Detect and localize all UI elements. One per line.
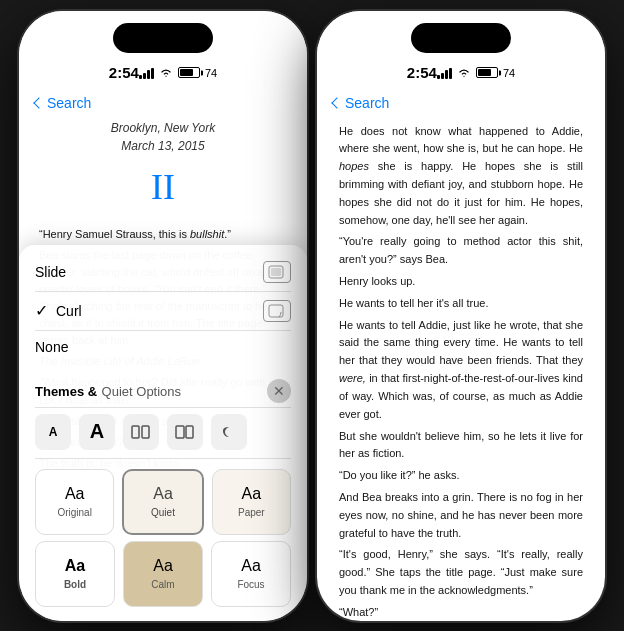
left-signal xyxy=(139,67,154,79)
transition-slide-label: Slide xyxy=(35,264,66,280)
right-battery-fill xyxy=(478,69,492,76)
right-battery xyxy=(476,67,498,78)
right-back-button[interactable]: Search xyxy=(333,95,589,111)
r-signal-bar-2 xyxy=(441,73,444,79)
original-label: Original xyxy=(57,507,91,518)
phones-container: 2:54 74 xyxy=(9,1,615,631)
signal-bar-1 xyxy=(139,75,142,79)
theme-original[interactable]: Aa Original xyxy=(35,469,114,535)
left-top-area: 2:54 74 xyxy=(19,11,307,91)
left-status-icons: 74 xyxy=(139,67,217,79)
signal-bar-3 xyxy=(147,70,150,79)
left-battery-fill xyxy=(180,69,194,76)
left-nav-bar[interactable]: Search xyxy=(19,91,307,119)
text-decrease-button[interactable]: A xyxy=(35,414,71,450)
close-button[interactable]: ✕ xyxy=(267,379,291,403)
transition-slide[interactable]: Slide xyxy=(35,253,291,292)
left-dynamic-island xyxy=(113,23,213,53)
right-para-7: And Bea breaks into a grin. There is no … xyxy=(339,489,583,542)
right-dynamic-island xyxy=(411,23,511,53)
themes-title-group: Themes & Quiet Options xyxy=(35,382,181,400)
svg-rect-4 xyxy=(142,426,149,438)
quiet-options-label: Quiet Options xyxy=(102,384,182,399)
theme-bold[interactable]: Aa Bold xyxy=(35,541,115,607)
right-para-6: “Do you like it?” he asks. xyxy=(339,467,583,485)
right-book-content: He does not know what happened to Addie,… xyxy=(317,119,605,621)
right-top-area: 2:54 74 xyxy=(317,11,605,91)
theme-calm[interactable]: Aa Calm xyxy=(123,541,203,607)
left-back-button[interactable]: Search xyxy=(35,95,291,111)
right-status-bar: 2:54 74 xyxy=(383,47,539,91)
right-status-icons: 74 xyxy=(437,67,515,79)
svg-rect-3 xyxy=(132,426,139,438)
right-para-2: Henry looks up. xyxy=(339,273,583,291)
book-layout-button[interactable] xyxy=(167,414,203,450)
svg-rect-5 xyxy=(176,426,184,438)
text-increase-button[interactable]: A xyxy=(79,414,115,450)
columns-icon xyxy=(131,424,151,440)
transition-none[interactable]: None xyxy=(35,331,291,363)
left-phone: 2:54 74 xyxy=(19,11,307,621)
r-signal-bar-3 xyxy=(445,70,448,79)
calm-label: Calm xyxy=(151,579,174,590)
bold-aa: Aa xyxy=(65,557,85,575)
svg-rect-2 xyxy=(269,305,283,317)
left-time: 2:54 xyxy=(109,64,139,81)
theme-quiet[interactable]: Aa Quiet xyxy=(122,469,203,535)
book-location: Brooklyn, New YorkMarch 13, 2015 xyxy=(39,119,287,155)
theme-swatches-row1: Aa Original Aa Quiet Aa Paper xyxy=(35,459,291,541)
right-para-9: “What?” xyxy=(339,604,583,621)
brightness-button[interactable] xyxy=(211,414,247,450)
themes-section: Themes & Quiet Options ✕ A A xyxy=(19,371,307,621)
signal-bar-2 xyxy=(143,73,146,79)
focus-aa: Aa xyxy=(241,557,261,575)
right-para-5: But she wouldn't believe him, so he lets… xyxy=(339,428,583,464)
right-phone: 2:54 74 xyxy=(317,11,605,621)
theme-focus[interactable]: Aa Focus xyxy=(211,541,291,607)
left-battery-label: 74 xyxy=(205,67,217,79)
r-signal-bar-4 xyxy=(449,68,452,79)
right-chevron-icon xyxy=(331,97,342,108)
paper-aa: Aa xyxy=(242,485,262,503)
right-back-label: Search xyxy=(345,95,389,111)
transition-none-label: None xyxy=(35,339,68,355)
curl-preview-icon xyxy=(268,304,286,318)
slide-preview-icon xyxy=(268,265,286,279)
right-battery-label: 74 xyxy=(503,67,515,79)
wifi-icon xyxy=(159,67,173,78)
left-back-label: Search xyxy=(47,95,91,111)
left-battery xyxy=(178,67,200,78)
focus-label: Focus xyxy=(237,579,264,590)
quiet-aa: Aa xyxy=(153,485,173,503)
right-wifi-icon xyxy=(457,67,471,78)
bold-label: Bold xyxy=(64,579,86,590)
right-para-4: He wants to tell Addie, just like he wro… xyxy=(339,317,583,424)
right-para-8: “It's good, Henry,” she says. “It's real… xyxy=(339,546,583,599)
transition-options: Slide ✓ Curl xyxy=(19,245,307,371)
text-controls: A A xyxy=(35,407,291,459)
transition-curl[interactable]: ✓ Curl xyxy=(35,292,291,331)
right-time: 2:54 xyxy=(407,64,437,81)
columns-button[interactable] xyxy=(123,414,159,450)
theme-paper[interactable]: Aa Paper xyxy=(212,469,291,535)
right-para-3: He wants to tell her it's all true. xyxy=(339,295,583,313)
svg-rect-6 xyxy=(186,426,193,438)
transition-curl-label: Curl xyxy=(56,303,82,319)
right-nav-bar[interactable]: Search xyxy=(317,91,605,119)
book-icon xyxy=(175,424,195,440)
chapter-number: II xyxy=(39,159,287,217)
overlay-panel: Slide ✓ Curl xyxy=(19,245,307,621)
theme-swatches-row2: Aa Bold Aa Calm Aa Focus xyxy=(35,541,291,621)
right-para-1: “You're really going to method actor thi… xyxy=(339,233,583,269)
book-header: Brooklyn, New YorkMarch 13, 2015 II xyxy=(39,119,287,217)
themes-header-row: Themes & Quiet Options ✕ xyxy=(35,375,291,407)
transition-curl-icon xyxy=(263,300,291,322)
original-aa: Aa xyxy=(65,485,85,503)
paper-label: Paper xyxy=(238,507,265,518)
themes-title: Themes & xyxy=(35,384,97,399)
left-chevron-icon xyxy=(33,97,44,108)
moon-icon xyxy=(219,424,239,440)
left-status-bar: 2:54 74 xyxy=(85,47,241,91)
svg-rect-1 xyxy=(271,268,281,276)
transition-slide-icon xyxy=(263,261,291,283)
